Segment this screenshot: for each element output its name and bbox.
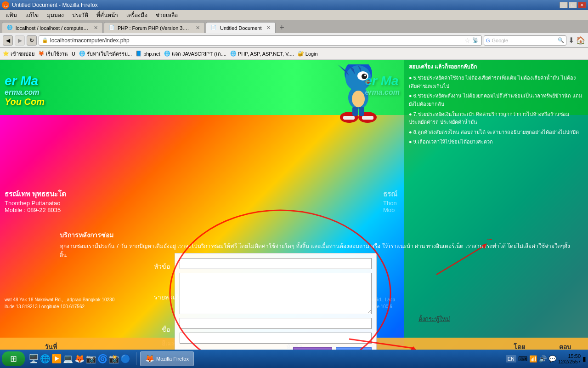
taskbar-firefox-icon: 🦊	[145, 354, 154, 363]
form-email-row	[180, 333, 372, 344]
contact-name-en: Thonthep Puttanatao	[5, 200, 66, 207]
form-title-row	[180, 258, 372, 269]
close-button[interactable]: ✕	[578, 2, 586, 8]
taskbar: ⊞ 🖥️ 🌐 ▶️ 💻 🦊 📷 🌀 📸 🔵 🦊 Mozilla Firefox …	[0, 350, 588, 368]
tray-chat-icon[interactable]: 💬	[548, 355, 556, 362]
page-background: สอบเครื่อง แล้วก็รอยกกลับอีก ● 5.ช่วยประ…	[0, 60, 588, 356]
taskbar-icon-media[interactable]: ▶️	[51, 354, 62, 364]
bookmark-start-icon: 🦊	[38, 51, 45, 57]
tab-favicon-0: 🌐	[7, 25, 13, 31]
maximize-button[interactable]: □	[569, 2, 577, 8]
tab-close-0[interactable]: ✕	[94, 25, 98, 31]
google-icon: G	[486, 38, 490, 43]
menu-tools[interactable]: เครื่องมือ	[123, 10, 151, 20]
bookmark-frequent-icon: ⭐	[3, 51, 9, 57]
bookmark-u[interactable]: U	[72, 51, 75, 57]
tab-0[interactable]: 🌐 localhost / localhost / computerma / .…	[2, 22, 103, 33]
form-name-input[interactable]	[180, 318, 372, 329]
page-content: สอบเครื่อง แล้วก็รอยกกลับอีก ● 5.ช่วยประ…	[0, 60, 588, 356]
new-topic-link[interactable]: ตั้งกระทู้ใหม่	[418, 314, 450, 324]
logo-line2: erma.com	[5, 88, 45, 97]
bookmark-js-label: แจก JAVASCRIPT (เก....	[172, 50, 226, 58]
menu-view[interactable]: มุมมอง	[43, 10, 68, 20]
bookmark-php2-label: PHP, ASP, ASP.NET, V....	[238, 51, 294, 57]
bookmark-frequent[interactable]: ⭐ เข้าชมบ่อย	[3, 50, 34, 58]
menu-bookmarks[interactable]: ที่คั่นหน้า	[93, 10, 122, 20]
bookmark-star[interactable]: ☆	[464, 37, 470, 44]
form-name-row	[180, 318, 372, 329]
taskbar-firefox-item[interactable]: 🦊 Mozilla Firefox	[140, 351, 194, 366]
logo-line1: er Ma	[5, 74, 45, 88]
taskbar-icon-dw[interactable]: 🌀	[97, 354, 107, 364]
tray-volume-icon[interactable]: 🔊	[539, 355, 547, 362]
bookmark-js[interactable]: 🌐 แจก JAVASCRIPT (เก....	[164, 50, 226, 58]
bookmark-login-label: Login	[305, 51, 318, 57]
taskbar-icon-cam[interactable]: 📸	[109, 354, 119, 364]
taskbar-icon-monitor[interactable]: 🖥️	[28, 354, 39, 364]
contact-name-th-right: ธรณ์	[383, 189, 397, 200]
rss-icon: 📡	[472, 37, 479, 43]
bookmark-web[interactable]: 🌐 รับทาเว็บไซต์ตรรม...	[79, 50, 132, 58]
taskbar-icon-ps[interactable]: 📷	[86, 354, 96, 364]
bookmark-web-icon: 🌐	[79, 51, 85, 57]
search-submit-icon[interactable]: 🔍	[558, 37, 564, 43]
tab-favicon-2: 📄	[211, 25, 217, 31]
menu-bar: แฟ้ม แก้ไข มุมมอง ประวัติ ที่คั่นหน้า เค…	[0, 10, 588, 20]
form-title-input[interactable]	[180, 258, 372, 269]
tab-close-1[interactable]: ✕	[196, 25, 200, 31]
taskbar-icon-chrome[interactable]: 🌐	[40, 354, 50, 364]
clock-date: 12/2/2557	[558, 359, 581, 364]
system-tray: EN ⌨ 📶 🔊 💬 15:50 12/2/2557 ▮	[506, 353, 586, 364]
quick-launch: 🖥️ 🌐 ▶️ 💻 🦊 📷 🌀 📸 🔵	[27, 354, 132, 364]
form-email-input[interactable]	[180, 333, 372, 344]
back-button[interactable]: ◀	[3, 35, 13, 46]
tray-network-icon[interactable]: 📶	[529, 355, 537, 362]
system-clock: 15:50 12/2/2557	[558, 353, 581, 364]
taskbar-icon-blue[interactable]: 🔵	[120, 354, 130, 364]
start-button[interactable]: ⊞	[2, 351, 25, 366]
bookmark-start[interactable]: 🦊 เริ่มใช้งาน	[38, 50, 68, 58]
contact-name-th: ธรณ์เทพ พุทธธนะโต	[5, 189, 66, 200]
taskbar-divider	[136, 352, 136, 365]
bookmark-login[interactable]: 🔐 Login	[298, 51, 318, 57]
window-title: Untitled Document - Mozilla Firefox	[12, 2, 98, 8]
lock-icon: 🔒	[42, 37, 48, 43]
home-button[interactable]: 🏠	[576, 36, 585, 45]
show-desktop-button[interactable]: ▮	[582, 355, 586, 362]
search-text: Google	[492, 38, 556, 43]
firefox-icon: 🦊	[2, 1, 9, 9]
right-panel-item-4: ● 8.ลูกค้าสงสัยตรงไหน สอบถามได้ จะสามารถ…	[409, 128, 583, 137]
taskbar-icon-ie[interactable]: 💻	[63, 354, 73, 364]
bookmark-php[interactable]: 📘 php.net	[136, 51, 160, 57]
reload-button[interactable]: ↻	[27, 35, 37, 46]
taskbar-icon-firefox[interactable]: 🦊	[74, 354, 85, 364]
minimize-button[interactable]: _	[560, 2, 568, 8]
form-header-outside-label: หัวข้อ	[154, 261, 170, 271]
tab-close-2[interactable]: ✕	[266, 25, 271, 31]
windows-icon: ⊞	[10, 354, 17, 364]
new-tab-button[interactable]: +	[277, 22, 288, 33]
form-name-outside-label: ชื่อ	[162, 324, 170, 334]
bookmark-php2[interactable]: 🌐 PHP, ASP, ASP.NET, V....	[230, 51, 294, 57]
address-text-left: wat 48 Yak 18 Nakniwat Rd., Ladprao Bang…	[5, 296, 114, 303]
contact-area-right: ธรณ์ Thon Mob	[383, 189, 397, 213]
menu-history[interactable]: ประวัติ	[68, 10, 92, 20]
tab-label-2: Untitled Document	[220, 25, 262, 31]
tray-keyboard-icon[interactable]: ⌨	[518, 355, 527, 362]
download-button[interactable]: ⬇	[568, 36, 574, 45]
logo-left: er Ma erma.com You Com	[5, 74, 45, 107]
menu-edit[interactable]: แก้ไข	[22, 10, 42, 20]
right-text-panel: สอบเครื่อง แล้วก็รอยกกลับอีก ● 5.ช่วยประ…	[404, 60, 588, 356]
menu-help[interactable]: ช่วยเหลือ	[152, 10, 181, 20]
tab-2[interactable]: 📄 Untitled Document ✕	[206, 22, 276, 33]
tab-1[interactable]: 📄 PHP : Forum PHP (Version 3.0,4.0,5.0).…	[104, 22, 205, 33]
clock-time: 15:50	[558, 353, 581, 359]
tab-label-1: PHP : Forum PHP (Version 3.0,4.0,5.0)...…	[118, 25, 191, 31]
menu-file[interactable]: แฟ้ม	[2, 10, 21, 20]
contact-form: ล้างข้อมูล ส่งข้อมูล No database selecte…	[175, 253, 377, 356]
right-panel-item-3: ● 7.ช่วยประหยัดเงินในกระเป๋า คิดค่าบริกา…	[409, 110, 583, 126]
form-detail-row	[180, 273, 372, 314]
right-panel-item-5: ● 9.เลือกเวลาให้ไปซ่อมได้อย่างสะดวก	[409, 138, 583, 146]
forward-button[interactable]: ▶	[15, 35, 25, 46]
form-detail-textarea[interactable]	[180, 273, 372, 314]
